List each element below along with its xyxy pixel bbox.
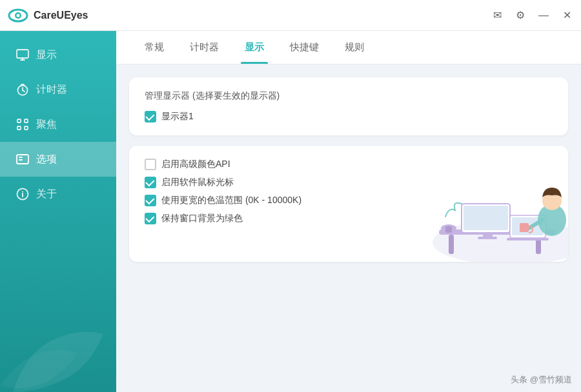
svg-rect-14 — [17, 155, 28, 164]
monitor1-row: 显示器1 — [145, 111, 553, 122]
illustration — [362, 159, 568, 262]
tab-shortcuts[interactable]: 快捷键 — [277, 31, 332, 64]
monitor-panel-title: 管理显示器 (选择要生效的显示器) — [145, 90, 553, 102]
tab-timer[interactable]: 计时器 — [177, 31, 232, 64]
sidebar-item-timer[interactable]: 计时器 — [0, 72, 116, 107]
svg-rect-25 — [464, 206, 508, 230]
tabs: 常规 计时器 显示 快捷键 规则 — [116, 31, 581, 64]
sidebar-item-display[interactable]: 显示 — [0, 37, 116, 72]
svg-rect-30 — [507, 238, 549, 240]
sidebar-item-about-label: 关于 — [36, 188, 57, 201]
watermark: 头条 @雪竹频道 — [511, 374, 572, 386]
minimize-icon[interactable]: — — [537, 9, 550, 22]
soft-cursor-label: 启用软件鼠标光标 — [161, 177, 234, 188]
display-icon — [15, 48, 30, 62]
focus-icon — [15, 117, 30, 132]
app-logo — [8, 5, 28, 26]
close-icon[interactable]: ✕ — [560, 9, 573, 22]
timer-icon — [15, 83, 30, 97]
advanced-color-label: 启用高级颜色API — [161, 159, 230, 170]
svg-rect-22 — [449, 235, 454, 254]
svg-rect-11 — [25, 119, 28, 122]
content: 常规 计时器 显示 快捷键 规则 管理显示器 (选择要生效的显示器) 显示器1 … — [116, 31, 581, 392]
svg-rect-13 — [25, 126, 28, 130]
tab-general[interactable]: 常规 — [132, 31, 177, 64]
window-controls: ✉ ⚙ — ✕ — [491, 9, 573, 22]
settings-icon[interactable]: ⚙ — [514, 9, 527, 22]
svg-point-2 — [17, 14, 20, 17]
monitor1-checkbox[interactable] — [145, 111, 156, 122]
svg-rect-35 — [445, 226, 452, 233]
advanced-color-checkbox[interactable] — [145, 159, 156, 170]
sidebar-item-timer-label: 计时器 — [36, 83, 67, 97]
svg-point-19 — [22, 191, 23, 193]
soft-cursor-checkbox[interactable] — [145, 177, 156, 188]
svg-rect-26 — [483, 233, 493, 237]
main-layout: 显示 计时器 — [0, 31, 581, 392]
monitor-panel: 管理显示器 (选择要生效的显示器) 显示器1 — [129, 77, 568, 135]
svg-rect-3 — [17, 50, 28, 58]
svg-rect-27 — [478, 237, 497, 239]
app-title: CareUEyes — [34, 10, 491, 21]
sidebar-item-display-label: 显示 — [36, 48, 57, 62]
color-range-label: 使用更宽的色温范围 (0K - 10000K) — [161, 195, 301, 206]
tab-rules[interactable]: 规则 — [332, 31, 377, 64]
sidebar-decoration — [0, 315, 116, 392]
sidebar-item-about[interactable]: 关于 — [0, 177, 116, 211]
green-bg-label: 保持窗口背景为绿色 — [161, 213, 243, 224]
options-panel: 启用高级颜色API 启用软件鼠标光标 使用更宽的色温范围 (0K - 10000… — [129, 146, 568, 262]
monitor1-label: 显示器1 — [161, 111, 194, 122]
svg-rect-33 — [520, 223, 529, 232]
email-icon[interactable]: ✉ — [491, 9, 504, 22]
svg-rect-12 — [17, 126, 21, 130]
sidebar-item-focus[interactable]: 聚焦 — [0, 107, 116, 142]
svg-line-8 — [23, 90, 25, 92]
green-bg-checkbox[interactable] — [145, 213, 156, 224]
sidebar-item-focus-label: 聚焦 — [36, 118, 57, 132]
svg-rect-10 — [17, 119, 21, 122]
about-icon — [15, 187, 30, 201]
sidebar: 显示 计时器 — [0, 31, 116, 392]
sidebar-item-options-label: 选项 — [36, 153, 57, 166]
titlebar: CareUEyes ✉ ⚙ — ✕ — [0, 0, 581, 31]
options-icon — [15, 152, 30, 166]
tab-display[interactable]: 显示 — [232, 31, 277, 64]
sidebar-item-options[interactable]: 选项 — [0, 142, 116, 177]
panels: 管理显示器 (选择要生效的显示器) 显示器1 启用高级颜色API 启用软件鼠标光… — [116, 64, 581, 392]
color-range-checkbox[interactable] — [145, 195, 156, 206]
